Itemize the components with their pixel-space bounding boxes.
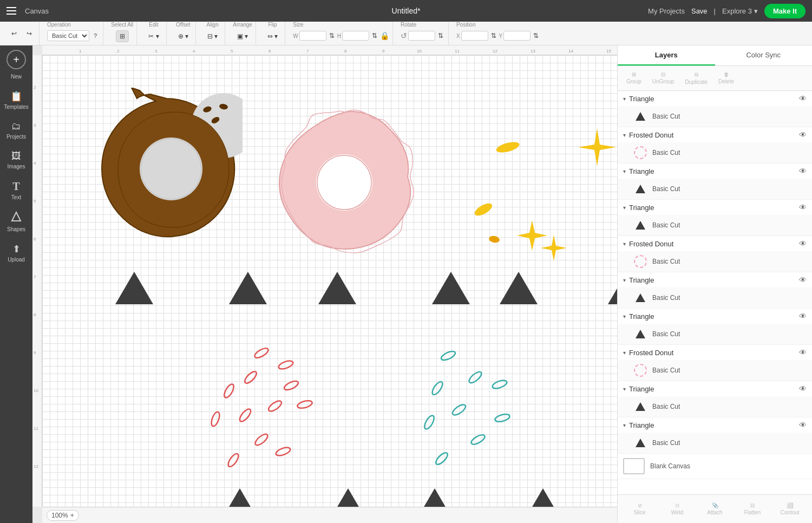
weld-button[interactable]: ⊙ Weld	[659, 499, 695, 519]
layer-item-10[interactable]: Basic Cut	[618, 433, 812, 453]
edit-button[interactable]: ✂ ▾	[145, 30, 162, 42]
width-input[interactable]	[299, 31, 326, 41]
visibility-toggle-3[interactable]: 👁	[799, 167, 807, 175]
slice-button[interactable]: ⊘ Slice	[622, 499, 657, 519]
new-button[interactable]: +	[6, 50, 26, 69]
y-input[interactable]	[503, 31, 531, 41]
layer-item-2[interactable]: Basic Cut	[618, 142, 812, 163]
visibility-toggle-9[interactable]: 👁	[799, 384, 807, 393]
layer-header-triangle-1[interactable]: ▾ Triangle 👁	[618, 91, 812, 106]
svg-point-20	[278, 359, 294, 371]
pink-frosted-donut[interactable]	[275, 107, 416, 258]
layers-list: ▾ Triangle 👁 Basic Cut ▾ Frosted Donut 👁	[618, 91, 812, 494]
layer-group-10: ▾ Triangle 👁 Basic Cut	[618, 417, 812, 454]
y-stepper[interactable]: ⇅	[532, 30, 540, 41]
layer-header-triangle-2[interactable]: ▾ Triangle 👁	[618, 164, 812, 179]
group-button[interactable]: ⊞ Group	[622, 69, 646, 87]
layer-header-triangle-6[interactable]: ▾ Triangle 👁	[618, 381, 812, 396]
flip-button[interactable]: ⇔ ▾	[264, 30, 281, 42]
layer-item-9[interactable]: Basic Cut	[618, 396, 812, 417]
visibility-toggle-4[interactable]: 👁	[799, 203, 807, 212]
layer-header-triangle-7[interactable]: ▾ Triangle 👁	[618, 417, 812, 433]
tab-layers[interactable]: Layers	[618, 45, 715, 66]
offset-button[interactable]: ⊕ ▾	[174, 30, 192, 42]
svg-marker-40	[221, 488, 259, 507]
visibility-toggle-2[interactable]: 👁	[799, 130, 807, 139]
visibility-toggle-10[interactable]: 👁	[799, 421, 807, 429]
flatten-icon: ⊟	[750, 502, 755, 508]
layer-item-name-8: Basic Cut	[652, 367, 680, 374]
height-input[interactable]	[342, 31, 369, 41]
templates-label: Templates	[4, 104, 29, 110]
canvas-content[interactable]	[42, 55, 617, 507]
x-stepper[interactable]: ⇅	[489, 30, 498, 41]
svg-point-12	[488, 235, 500, 243]
zoom-control[interactable]: 100% +	[47, 510, 79, 521]
canvas-area[interactable]: 1 2 3 4 5 6 7 8 9 10 11 12 13 14 15 2 3 …	[32, 45, 617, 523]
ungroup-button[interactable]: ⊟ UnGroup	[648, 69, 679, 87]
layer-header-frosted-3[interactable]: ▾ Frosted Donut 👁	[618, 345, 812, 360]
select-all-button[interactable]: ⊞	[116, 30, 129, 42]
layer-header-triangle-5[interactable]: ▾ Triangle 👁	[618, 309, 812, 324]
sidebar-item-images[interactable]: 🖼 Images	[2, 146, 30, 174]
layer-header-triangle-4[interactable]: ▾ Triangle 👁	[618, 272, 812, 287]
redo-button[interactable]: ↪	[23, 28, 36, 40]
sidebar-item-templates[interactable]: 📋 Templates	[2, 86, 30, 114]
save-button[interactable]: Save	[691, 7, 708, 15]
x-input[interactable]	[461, 31, 488, 41]
layer-header-frosted-1[interactable]: ▾ Frosted Donut 👁	[618, 127, 812, 142]
delete-button[interactable]: 🗑 Delete	[714, 69, 738, 87]
undo-button[interactable]: ↩	[8, 28, 21, 40]
attach-icon: 📎	[712, 502, 718, 508]
attach-button[interactable]: 📎 Attach	[697, 499, 732, 519]
visibility-toggle-1[interactable]: 👁	[799, 94, 807, 103]
visibility-toggle-6[interactable]: 👁	[799, 276, 807, 284]
slice-icon: ⊘	[638, 502, 642, 508]
flatten-button[interactable]: ⊟ Flatten	[735, 499, 770, 519]
layer-item-5[interactable]: Basic Cut	[618, 251, 812, 272]
arrange-button[interactable]: ▣ ▾	[233, 30, 252, 42]
svg-point-21	[243, 370, 258, 385]
sidebar-item-shapes[interactable]: Shapes	[2, 207, 30, 237]
duplicate-button[interactable]: ⧉ Duplicate	[680, 69, 712, 87]
visibility-toggle-5[interactable]: 👁	[799, 239, 807, 248]
layer-item-7[interactable]: Basic Cut	[618, 324, 812, 344]
make-it-button[interactable]: Make It	[764, 4, 806, 18]
svg-point-32	[467, 370, 483, 384]
align-button[interactable]: ⊟ ▾	[204, 30, 221, 42]
select-all-label: Select All	[111, 22, 133, 28]
tab-color-sync[interactable]: Color Sync	[715, 45, 813, 66]
my-projects-link[interactable]: My Projects	[648, 7, 685, 15]
group-icon: ⊞	[632, 71, 636, 77]
layer-item-3[interactable]: Basic Cut	[618, 179, 812, 199]
layer-name-9: Triangle	[629, 385, 796, 393]
rotate-input[interactable]	[408, 31, 435, 41]
layer-item-name-5: Basic Cut	[652, 258, 680, 265]
sidebar-item-upload[interactable]: ⬆ Upload	[2, 239, 30, 267]
rotate-stepper[interactable]: ⇅	[436, 30, 445, 41]
layer-header-triangle-3[interactable]: ▾ Triangle 👁	[618, 200, 812, 215]
layer-item-8[interactable]: Basic Cut	[618, 360, 812, 381]
duplicate-icon: ⧉	[695, 71, 698, 78]
operation-select[interactable]: Basic Cut	[47, 30, 89, 41]
layer-item-name-1: Basic Cut	[652, 113, 680, 120]
layer-item-4[interactable]: Basic Cut	[618, 215, 812, 236]
operation-help[interactable]: ?	[91, 31, 100, 40]
svg-point-11	[473, 201, 494, 218]
contour-button[interactable]: ⬜ Contour	[772, 499, 808, 519]
blank-canvas-row: Blank Canvas	[618, 454, 812, 479]
layer-item-1[interactable]: Basic Cut	[618, 106, 812, 127]
svg-marker-14	[229, 272, 267, 304]
h-stepper[interactable]: ⇅	[370, 30, 379, 41]
sidebar-item-text[interactable]: T Text	[2, 176, 30, 205]
canvas-viewport[interactable]	[42, 55, 617, 507]
templates-icon: 📋	[10, 90, 22, 102]
sidebar-item-projects[interactable]: 🗂 Projects	[2, 116, 30, 144]
w-stepper[interactable]: ⇅	[328, 30, 336, 41]
visibility-toggle-8[interactable]: 👁	[799, 348, 807, 357]
visibility-toggle-7[interactable]: 👁	[799, 312, 807, 321]
explore-button[interactable]: Explore 3 ▾	[722, 7, 758, 15]
layer-item-6[interactable]: Basic Cut	[618, 287, 812, 308]
menu-button[interactable]	[6, 7, 16, 15]
layer-header-frosted-2[interactable]: ▾ Frosted Donut 👁	[618, 236, 812, 251]
